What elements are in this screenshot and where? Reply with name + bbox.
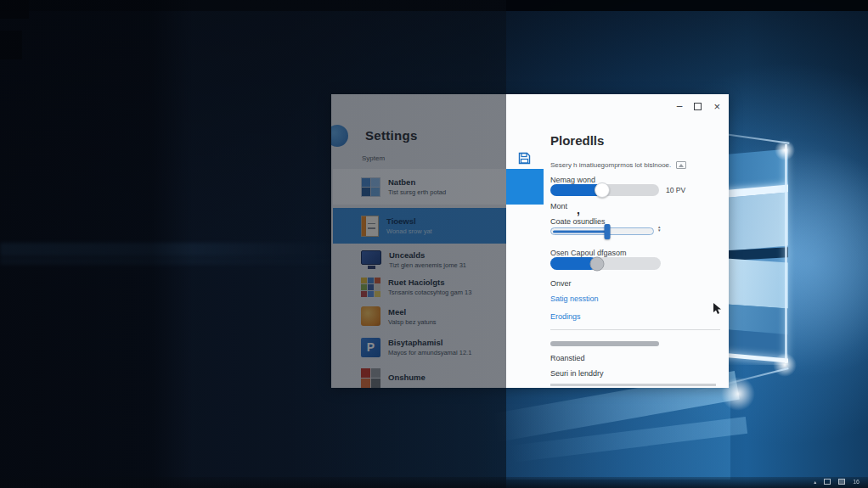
nav-item-2-selected[interactable]: TioewslWonad srow yat [333, 208, 506, 244]
page-title: Settings [365, 128, 418, 143]
desktop: Settings Syptem NatbenTist sursg erth po… [0, 0, 868, 488]
nav-section-label: Syptem [362, 154, 385, 162]
settings-window: Settings Syptem NatbenTist sursg erth po… [331, 94, 729, 388]
nav-item-label: Onshume [388, 373, 426, 382]
tray-icon[interactable] [838, 479, 845, 485]
close-button[interactable]: × [713, 101, 720, 112]
link-2[interactable]: Erodings [550, 312, 581, 321]
section-label: Mont [550, 202, 567, 210]
windows-logo-edge [785, 144, 787, 363]
nav-item-6[interactable]: P BisytaphamislMayos for amundsyamal 12.… [333, 333, 506, 362]
settings-detail-pane: – × Ploredlls Sesery h imatiuegomprmos l… [506, 94, 729, 388]
slider3-label: Osen Capoul dfgasom [550, 249, 627, 257]
clipped-text-line [550, 384, 716, 386]
p-app-icon: P [361, 338, 380, 357]
slider2-handle[interactable] [605, 224, 611, 239]
orange-app-icon [361, 306, 380, 326]
nav-item-1[interactable]: NatbenTist sursg erth potad [333, 169, 506, 205]
slider1[interactable] [550, 184, 659, 196]
taskbar[interactable]: ▴ 16 [0, 477, 868, 488]
nav-item-4[interactable]: Ruet HaciolgtsTsnsanis cotacsyhtog gam 1… [333, 273, 506, 300]
windows-tiles-icon [361, 177, 380, 197]
save-icon[interactable] [518, 152, 531, 168]
nav-item-5[interactable]: MeelValsp bez yatuns [333, 301, 506, 331]
stepper-icon[interactable]: ▲▼ [657, 226, 661, 232]
tray-icon[interactable] [824, 479, 831, 485]
detail-title: Ploredlls [550, 133, 604, 148]
nav-item-label: Meel [388, 307, 437, 317]
top-dark-strip [0, 0, 868, 11]
maximize-button[interactable] [694, 103, 702, 110]
slider1-knob[interactable] [595, 182, 610, 198]
window-controls: – × [677, 99, 720, 113]
slider1-value: 10 PV [666, 186, 685, 194]
notebook-icon [361, 216, 379, 237]
nav-item-desc: Tizt glen avenemis jome 31 [389, 261, 466, 269]
nav-item-desc: Tist sursg erth potad [388, 188, 446, 196]
settings-nav: Settings Syptem NatbenTist sursg erth po… [331, 94, 506, 388]
avatar[interactable] [331, 125, 348, 147]
image-icon [676, 161, 686, 169]
link-1[interactable]: Satig nesstion [550, 294, 599, 303]
nav-item-label: Natben [388, 177, 446, 187]
nav-item-label: Uncealds [389, 250, 466, 260]
nav-item-7[interactable]: Onshume [333, 364, 506, 388]
text-cursor-mark: ’ [577, 210, 580, 223]
light-streak [0, 257, 365, 265]
gray-progress-bar [550, 341, 659, 346]
mosaic-icon [361, 278, 380, 297]
detail-subtitle: Sesery h imatiuegomprmos lot bislnooe. [550, 161, 686, 169]
dark-block [0, 31, 22, 59]
footer-line-1: Roanstied [550, 354, 585, 362]
footer-line-2: Seuri in lenddry [550, 369, 604, 378]
nav-item-label: Tioewsl [386, 216, 432, 226]
nav-item-desc: Valsp bez yatuns [388, 318, 437, 326]
dark-block [0, 0, 29, 19]
slider2-fill [553, 230, 609, 233]
tray-expand-icon[interactable]: ▴ [814, 479, 816, 485]
monitor-icon [361, 250, 381, 265]
section-label: Onver [550, 279, 572, 288]
nav-item-desc: Mayos for amundsyamal 12.1 [388, 349, 471, 356]
selection-highlight [506, 169, 544, 205]
detail-subtitle-text: Sesery h imatiuegomprmos lot bislnooe. [550, 161, 671, 169]
red-app-icon [361, 368, 380, 388]
slider3-knob[interactable] [589, 256, 604, 271]
nav-item-label: Bisytaphamisl [388, 338, 471, 347]
nav-item-label: Ruet Haciolgts [388, 278, 471, 287]
tray-badge[interactable]: 16 [853, 479, 860, 485]
mouse-cursor [713, 303, 722, 318]
nav-item-desc: Tsnsanis cotacsyhtog gam 13 [388, 289, 471, 296]
divider [550, 329, 720, 330]
slider3[interactable] [550, 257, 661, 270]
nav-item-3[interactable]: UncealdsTizt glen avenemis jome 31 [333, 246, 506, 272]
slider2[interactable] [550, 227, 654, 235]
minimize-button[interactable]: – [677, 101, 683, 111]
system-tray: ▴ 16 [814, 479, 860, 485]
slider1-label: Nemag wond [550, 176, 595, 184]
nav-item-desc: Wonad srow yat [386, 227, 432, 235]
light-streak [0, 243, 340, 256]
light-glint [771, 353, 798, 377]
